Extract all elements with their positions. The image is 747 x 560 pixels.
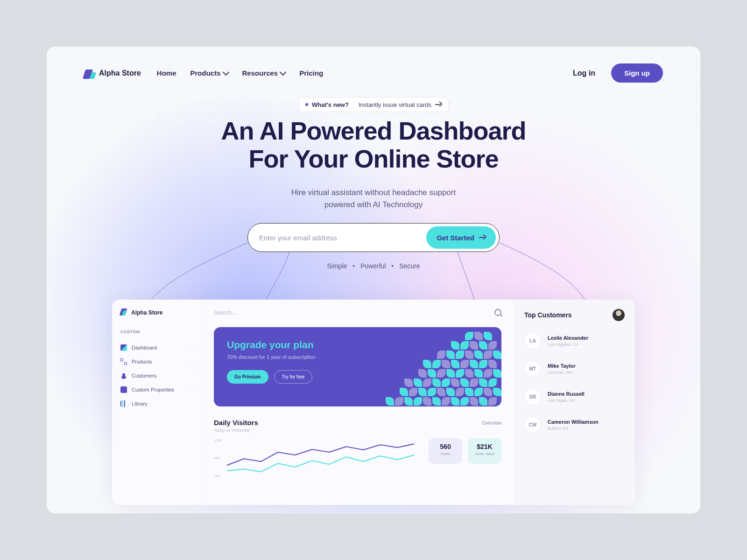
get-started-label: Get Started — [437, 234, 474, 242]
customer-avatar: MT — [524, 360, 541, 377]
customer-row[interactable]: MT Mike Taylor Cincenili, OH — [524, 360, 625, 377]
daily-visitors-title: Daily Visitors — [214, 419, 258, 427]
signup-button[interactable]: Sign up — [611, 63, 663, 83]
top-customers-title: Top Customers — [524, 311, 572, 319]
customers-icon — [120, 372, 127, 379]
sidebar-section-label: CUSTOM — [120, 329, 193, 334]
metric-value: $21K — [468, 443, 501, 450]
daily-visitors-section: Daily Visitors Today vs Yesterday Overvi… — [214, 419, 501, 490]
products-icon — [120, 358, 127, 365]
email-capture: Get Started — [247, 223, 500, 252]
daily-visitors-subtitle: Today vs Yesterday — [214, 428, 258, 433]
pill-right: Instantly issue virtual cards — [359, 101, 442, 108]
chevron-right-icon: › — [191, 359, 193, 364]
dashboard-sidebar: Alpha Store CUSTOM Dashboard› Products› … — [112, 300, 202, 505]
chevron-down-icon — [222, 69, 229, 75]
brand-logo[interactable]: Alpha Store — [84, 68, 141, 79]
go-premium-button[interactable]: Go Primium — [227, 370, 268, 384]
customer-location: Buffalo, NY — [548, 426, 599, 431]
login-link[interactable]: Log in — [573, 69, 595, 77]
sidebar-item-label: Library — [132, 401, 148, 406]
arrow-right-icon — [479, 235, 486, 240]
pill-left-label: What's new? — [312, 101, 349, 108]
search-row: Search... — [214, 309, 501, 316]
top-customers-panel: Top Customers LA Leslie Alexander Los An… — [514, 300, 635, 505]
nav-products[interactable]: Products — [190, 69, 228, 77]
pill-left: What's new? — [305, 101, 349, 108]
customer-name: Dianne Russell — [548, 391, 585, 397]
decorative-pattern — [380, 327, 501, 406]
dashboard-logo[interactable]: Alpha Store — [120, 309, 193, 316]
customer-name: Mike Taylor — [548, 363, 576, 369]
hero-sub-l2: powered with AI Technology — [324, 200, 423, 209]
feature-tags: Simple • Powerful • Secure — [47, 262, 700, 270]
dashboard-preview: Alpha Store CUSTOM Dashboard› Products› … — [112, 300, 635, 505]
logo-icon — [120, 310, 126, 315]
customer-name: Leslie Alexander — [548, 335, 588, 341]
email-input[interactable] — [259, 234, 426, 242]
get-started-button[interactable]: Get Started — [426, 226, 496, 249]
nav-resources-label: Resources — [242, 69, 278, 77]
arrow-right-icon — [435, 102, 442, 107]
pill-separator — [353, 101, 354, 108]
feature-secure: Secure — [399, 262, 420, 270]
dot-separator: • — [391, 262, 394, 270]
search-placeholder[interactable]: Search... — [214, 309, 236, 316]
upgrade-banner: Upgrade your plan 70% discount for 1 yea… — [214, 327, 501, 406]
overview-metrics: 560 Deals $21K Order Value — [429, 438, 501, 490]
sidebar-item-products[interactable]: Products› — [120, 355, 193, 369]
metric-deals: 560 Deals — [429, 438, 462, 464]
metric-label: Order Value — [468, 452, 501, 456]
customer-row[interactable]: LA Leslie Alexander Los Angeles, CA — [524, 332, 625, 349]
nav-home[interactable]: Home — [157, 69, 176, 77]
announcement-pill[interactable]: What's new? Instantly issue virtual card… — [298, 97, 449, 112]
search-icon[interactable] — [494, 309, 501, 316]
customer-location: Cincenili, OH — [548, 370, 576, 375]
sidebar-item-library[interactable]: Library — [120, 397, 193, 411]
sidebar-item-label: Custom Properties — [132, 387, 174, 392]
customer-row[interactable]: CW Cameron Williamson Buffalo, NY — [524, 416, 625, 433]
sidebar-item-custom-properties[interactable]: Custom Properties› — [120, 383, 193, 397]
customer-avatar: DR — [524, 388, 541, 405]
feature-powerful: Powerful — [360, 262, 386, 270]
try-free-button[interactable]: Try for free — [274, 370, 313, 384]
visitors-chart: 1000 600 200 — [214, 438, 419, 490]
nav-resources[interactable]: Resources — [242, 69, 286, 77]
brand-name: Alpha Store — [99, 69, 141, 77]
hero-title-l1: An AI Powered Dashboard — [221, 117, 526, 145]
hero-title-l2: For Your Online Store — [248, 145, 498, 173]
dot-icon — [305, 103, 308, 106]
sidebar-item-label: Products — [132, 359, 152, 364]
library-icon — [120, 400, 127, 407]
customer-location: Las Vegas, NV — [548, 398, 585, 403]
chevron-down-icon — [280, 69, 286, 75]
dashboard-icon — [120, 344, 127, 351]
dot-separator: • — [352, 262, 355, 270]
properties-icon — [120, 386, 127, 393]
customer-avatar: CW — [524, 416, 541, 433]
chevron-right-icon: › — [191, 345, 193, 350]
chevron-right-icon: › — [191, 373, 193, 378]
y-tick: 1000 — [214, 438, 222, 442]
user-avatar[interactable] — [613, 309, 625, 321]
customer-row[interactable]: DR Dianne Russell Las Vegas, NV — [524, 388, 625, 405]
sidebar-item-customers[interactable]: Customers› — [120, 369, 193, 383]
hero-title: An AI Powered Dashboard For Your Online … — [47, 117, 700, 173]
logo-icon — [84, 68, 95, 79]
customer-avatar: LA — [524, 332, 541, 349]
customer-location: Los Angeles, CA — [548, 342, 588, 347]
metric-order-value: $21K Order Value — [468, 438, 501, 464]
y-tick: 200 — [214, 474, 220, 478]
dashboard-main: Search... Upgrade your plan 70% discount… — [202, 300, 514, 505]
sidebar-item-dashboard[interactable]: Dashboard› — [120, 341, 193, 355]
dashboard-brand: Alpha Store — [131, 309, 162, 316]
customer-name: Cameron Williamson — [548, 419, 599, 425]
nav-pricing[interactable]: Pricing — [299, 69, 323, 77]
hero-subtitle: Hire virtual assistant without headache … — [47, 187, 700, 211]
overview-label: Overview — [482, 420, 501, 426]
feature-simple: Simple — [327, 262, 347, 270]
metric-value: 560 — [429, 443, 462, 450]
hero-sub-l1: Hire virtual assistant without headache … — [291, 188, 456, 197]
pill-right-label: Instantly issue virtual cards — [359, 101, 431, 108]
sidebar-item-label: Customers — [132, 373, 156, 378]
